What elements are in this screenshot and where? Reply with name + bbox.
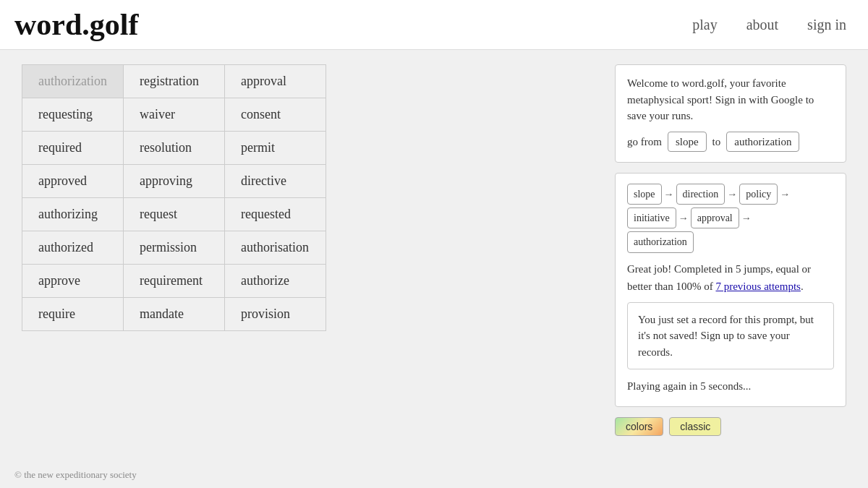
path-arrow: → <box>780 185 790 203</box>
grid-cell[interactable]: requirement <box>124 265 225 298</box>
grid-cell[interactable]: approve <box>22 265 124 298</box>
path-word: authorization <box>627 231 694 252</box>
grid-header-cell[interactable]: registration <box>124 65 225 98</box>
grid-cell[interactable]: required <box>22 132 124 165</box>
grid-cell[interactable]: require <box>22 298 124 331</box>
path-word: policy <box>739 184 778 205</box>
welcome-box: Welcome to word.golf, your favorite meta… <box>615 64 846 163</box>
grid-cell[interactable]: directive <box>225 165 326 198</box>
grid-cell[interactable]: consent <box>225 98 326 132</box>
to-label: to <box>712 134 721 150</box>
grid-cell[interactable]: approved <box>22 165 124 198</box>
grid-cell[interactable]: provision <box>225 298 326 331</box>
right-panel: Welcome to word.golf, your favorite meta… <box>615 64 846 436</box>
welcome-text: Welcome to word.golf, your favorite meta… <box>627 77 814 121</box>
grid-cell[interactable]: authorize <box>225 265 326 298</box>
grid-cell[interactable]: authorizing <box>22 198 124 231</box>
go-from-label: go from <box>627 134 662 150</box>
completion-text: Great job! Completed in 5 jumps, equal o… <box>627 260 834 295</box>
colors-theme-button[interactable]: colors <box>615 417 663 436</box>
record-box: You just set a record for this prompt, b… <box>627 302 834 370</box>
nav-signin[interactable]: sign in <box>807 17 846 33</box>
path-display: slope→direction→policy→initiative→approv… <box>627 184 834 253</box>
path-word: direction <box>676 184 726 205</box>
theme-buttons: colors classic <box>615 417 846 436</box>
site-logo[interactable]: word.golf <box>14 7 139 42</box>
playing-again-text: Playing again in 5 seconds... <box>627 377 834 396</box>
grid-cell[interactable]: waiver <box>124 98 225 132</box>
grid-header-cell[interactable]: approval <box>225 65 326 98</box>
grid-cell[interactable]: resolution <box>124 132 225 165</box>
path-word: approval <box>691 207 739 228</box>
footer-text: © the new expeditionary society <box>14 469 137 480</box>
path-arrow: → <box>664 185 674 203</box>
classic-theme-button[interactable]: classic <box>669 417 721 436</box>
path-arrow: → <box>678 209 689 227</box>
word-grid: authorizationregistrationapprovalrequest… <box>22 64 326 331</box>
start-word-badge: slope <box>668 132 707 153</box>
grid-cell[interactable]: mandate <box>124 298 225 331</box>
grid-cell[interactable]: permission <box>124 231 225 265</box>
path-word: initiative <box>627 207 676 228</box>
path-arrow: → <box>727 185 737 203</box>
grid-cell[interactable]: request <box>124 198 225 231</box>
path-panel: slope→direction→policy→initiative→approv… <box>615 173 846 407</box>
path-arrow: → <box>741 209 752 227</box>
grid-cell[interactable]: authorisation <box>225 231 326 265</box>
grid-header-cell: authorization <box>22 65 124 98</box>
grid-cell[interactable]: requested <box>225 198 326 231</box>
previous-attempts-link[interactable]: 7 previous attempts <box>715 281 800 292</box>
path-word: slope <box>627 184 662 205</box>
grid-cell[interactable]: approving <box>124 165 225 198</box>
end-word-badge: authorization <box>726 132 799 153</box>
grid-cell[interactable]: authorized <box>22 231 124 265</box>
nav-about[interactable]: about <box>746 17 778 33</box>
grid-cell[interactable]: permit <box>225 132 326 165</box>
grid-cell[interactable]: requesting <box>22 98 124 132</box>
nav-play[interactable]: play <box>692 17 717 33</box>
